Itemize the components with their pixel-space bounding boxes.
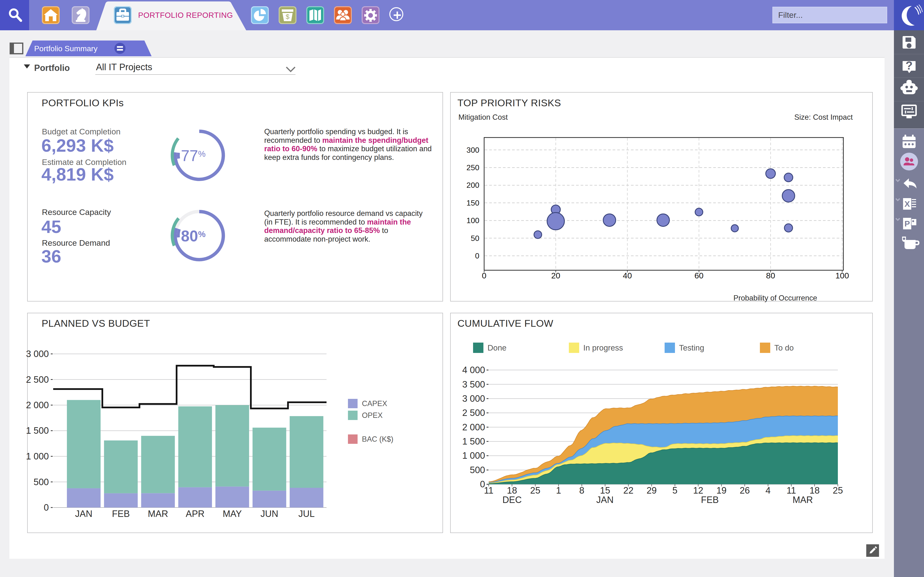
svg-text:1: 1 (556, 485, 561, 495)
svg-text:3 500: 3 500 (462, 379, 485, 390)
svg-text:19: 19 (716, 485, 727, 495)
svg-text:4: 4 (766, 485, 771, 495)
svg-text:25: 25 (530, 485, 540, 495)
svg-text:JAN: JAN (596, 495, 614, 505)
svg-text:15: 15 (600, 485, 610, 495)
svg-text:FEB: FEB (701, 495, 719, 505)
svg-text:To do: To do (774, 343, 794, 352)
svg-text:In progress: In progress (583, 343, 623, 352)
svg-text:DEC: DEC (502, 495, 522, 505)
svg-text:Testing: Testing (679, 343, 704, 352)
svg-text:2 500: 2 500 (462, 408, 485, 418)
svg-text:26: 26 (740, 485, 750, 495)
svg-text:22: 22 (623, 485, 633, 495)
svg-text:25: 25 (833, 485, 843, 495)
svg-text:5: 5 (672, 485, 677, 495)
svg-text:2 000: 2 000 (462, 422, 485, 432)
svg-text:18: 18 (507, 485, 517, 495)
svg-text:18: 18 (809, 485, 819, 495)
svg-text:4 000: 4 000 (462, 365, 485, 375)
svg-text:29: 29 (646, 485, 657, 495)
svg-text:1 500: 1 500 (462, 436, 485, 446)
svg-text:1 000: 1 000 (462, 451, 485, 461)
svg-text:Done: Done (488, 343, 507, 352)
svg-text:500: 500 (470, 465, 485, 475)
svg-text:MAR: MAR (793, 495, 813, 505)
svg-text:3 000: 3 000 (462, 393, 485, 404)
svg-text:8: 8 (579, 485, 584, 495)
svg-text:11: 11 (484, 485, 493, 495)
svg-text:11: 11 (787, 485, 796, 495)
svg-text:12: 12 (693, 485, 703, 495)
